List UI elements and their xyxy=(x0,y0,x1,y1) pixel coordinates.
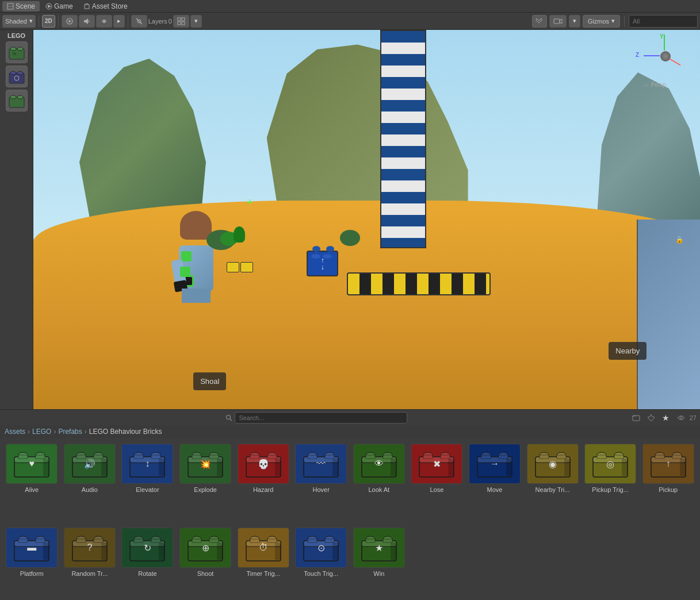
view-mode-group: ▸ xyxy=(62,15,125,28)
folder-icon xyxy=(632,414,640,422)
asset-item-nearbytri[interactable]: ◉ Nearby Tri... xyxy=(524,441,581,524)
breadcrumb-sep-3: › xyxy=(85,428,87,436)
lock-icon[interactable]: 🔒 xyxy=(675,236,684,245)
svg-rect-163 xyxy=(383,539,392,543)
scene-search-input[interactable] xyxy=(629,15,698,28)
asset-item-explode[interactable]: 💥 Explode xyxy=(177,441,234,524)
svg-rect-120 xyxy=(18,539,28,543)
panel-controls: 🔒 ⋮ xyxy=(675,236,695,245)
asset-item-timertrig[interactable]: ⏱ Timer Trig... xyxy=(235,525,292,600)
camera-dropdown-btn[interactable]: ▾ xyxy=(569,15,580,28)
asset-overlay-audio: 🔊 xyxy=(84,459,95,470)
asset-item-elevator[interactable]: ↕ Elevator xyxy=(119,441,176,524)
asset-icon-lose: ✖ xyxy=(411,444,462,484)
svg-rect-156 xyxy=(325,539,334,543)
lego-left-panel: LEGO xyxy=(0,30,33,409)
svg-point-28 xyxy=(227,415,231,419)
toggle-2d-button[interactable]: 2D xyxy=(42,15,55,28)
arrow-down-btn[interactable]: ▾ xyxy=(190,15,202,28)
asset-overlay-elevator: ↕ xyxy=(145,459,150,469)
asset-icon-shoot: ⊕ xyxy=(179,528,231,568)
asset-item-pickup[interactable]: ↑ Pickup xyxy=(640,441,697,524)
asset-item-move[interactable]: → Move xyxy=(466,441,523,524)
asset-label-hazard: Hazard xyxy=(253,486,273,493)
asset-icon-explode: 💥 xyxy=(179,444,231,484)
svg-rect-92 xyxy=(481,455,491,459)
asset-item-shoot[interactable]: ⊕ Shoot xyxy=(177,525,234,600)
asset-label-pickup: Pickup xyxy=(659,486,678,493)
asset-overlay-move: → xyxy=(490,459,499,469)
asset-item-touchtrig[interactable]: ⊙ Touch Trig... xyxy=(293,525,350,600)
search-container xyxy=(629,15,698,28)
pin-icon-btn[interactable] xyxy=(645,411,657,424)
asset-icon-hazard: 💀 xyxy=(238,444,289,484)
asset-item-alive[interactable]: ♥ Alive xyxy=(3,441,60,524)
asset-label-move: Move xyxy=(487,486,503,493)
svg-rect-66 xyxy=(275,459,281,476)
asset-item-audio[interactable]: 🔊 Audio xyxy=(62,441,118,524)
svg-rect-20 xyxy=(13,52,16,55)
scene-viewport[interactable]: + xyxy=(33,30,700,409)
asset-item-lookat[interactable]: 👁 Look At xyxy=(351,441,408,524)
asset-label-platform: Platform xyxy=(20,570,44,577)
menu-asset-store[interactable]: Asset Store xyxy=(79,1,132,11)
asset-label-alive: Alive xyxy=(25,486,39,493)
camera-btn[interactable] xyxy=(549,15,567,28)
breadcrumb-lego[interactable]: LEGO xyxy=(32,428,51,436)
star-icon-btn[interactable]: ★ xyxy=(660,411,672,424)
lego-btn-1[interactable] xyxy=(6,41,28,63)
svg-rect-148 xyxy=(250,539,259,543)
lego-btn-2[interactable] xyxy=(6,66,28,87)
svg-point-26 xyxy=(10,95,16,99)
asset-item-lose[interactable]: ✖ Lose xyxy=(408,441,465,524)
bottom-toolbar-right: ★ 27 xyxy=(630,411,697,424)
svg-rect-143 xyxy=(217,543,223,560)
asset-label-pickuptrig: Pickup Trig... xyxy=(592,486,629,493)
shading-dropdown[interactable]: Shaded ▾ xyxy=(2,15,36,28)
effects-btn[interactable] xyxy=(96,15,112,28)
svg-rect-94 xyxy=(506,459,512,476)
more-icon[interactable]: ⋮ xyxy=(687,236,695,245)
asset-item-hazard[interactable]: 💀 Hazard xyxy=(235,441,292,524)
breadcrumb-prefabs[interactable]: Prefabs xyxy=(58,428,82,436)
hide-btn[interactable] xyxy=(131,15,147,28)
brick-studs xyxy=(312,246,334,252)
asset-item-pickuptrig[interactable]: ◎ Pickup Trig... xyxy=(582,441,639,524)
svg-line-29 xyxy=(230,419,232,421)
asset-icon-pickuptrig: ◎ xyxy=(584,444,636,484)
asset-item-platform[interactable]: ▬ Platform xyxy=(3,525,60,600)
svg-rect-164 xyxy=(391,543,396,560)
platform xyxy=(347,272,491,295)
favorites-icon-btn[interactable] xyxy=(630,411,642,424)
asset-label-touchtrig: Touch Trig... xyxy=(304,570,338,577)
gizmo-widget: Y Z ← Persp xyxy=(644,34,695,86)
asset-item-win[interactable]: ★ Win xyxy=(351,525,408,600)
layers-group: Layers 0 ▾ xyxy=(131,15,202,28)
svg-rect-11 xyxy=(178,18,181,21)
menu-game[interactable]: Game xyxy=(41,1,78,11)
menu-scene[interactable]: Scene xyxy=(2,1,40,11)
perspective-btn[interactable] xyxy=(62,15,78,28)
asset-item-hover[interactable]: 〰 Hover xyxy=(293,441,350,524)
wrench-button[interactable] xyxy=(532,15,547,28)
breadcrumb-assets[interactable]: Assets xyxy=(5,428,25,436)
svg-rect-15 xyxy=(554,19,560,24)
char-accent-1 xyxy=(181,251,192,261)
svg-rect-101 xyxy=(564,459,570,476)
asset-label-elevator: Elevator xyxy=(136,486,159,493)
asset-search-input[interactable] xyxy=(235,412,407,424)
eye-icon-btn[interactable] xyxy=(675,411,687,424)
asset-item-randomtr[interactable]: ? Random Tr... xyxy=(62,525,118,600)
asset-item-rotate[interactable]: ↻ Rotate xyxy=(119,525,176,600)
grid-btn[interactable] xyxy=(173,15,189,28)
svg-rect-129 xyxy=(101,543,107,560)
lego-btn-3[interactable] xyxy=(6,90,28,111)
audio-btn[interactable] xyxy=(79,15,95,28)
asset-label-lose: Lose xyxy=(430,486,443,493)
svg-rect-142 xyxy=(209,539,219,543)
chevron-right-btn[interactable]: ▸ xyxy=(113,15,125,28)
svg-rect-150 xyxy=(275,543,281,560)
gizmos-button[interactable]: Gizmos ▾ xyxy=(583,15,620,28)
svg-rect-127 xyxy=(76,539,86,543)
blue-tower xyxy=(380,30,426,248)
